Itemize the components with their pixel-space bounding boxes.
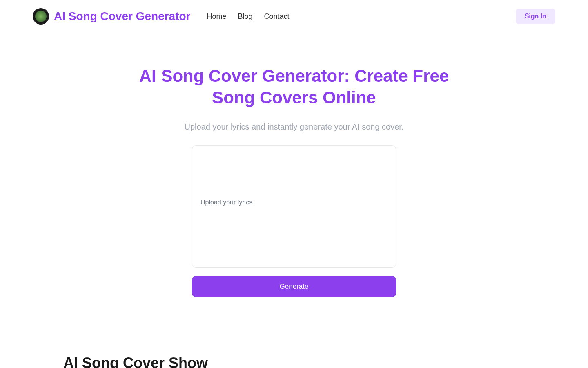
brand[interactable]: AI Song Cover Generator bbox=[33, 8, 191, 25]
nav-link-home[interactable]: Home bbox=[207, 12, 227, 21]
page-title: AI Song Cover Generator: Create Free Son… bbox=[131, 65, 457, 108]
showcase-title: AI Song Cover Show bbox=[63, 355, 525, 368]
generate-button[interactable]: Generate bbox=[192, 276, 396, 297]
sign-in-button[interactable]: Sign In bbox=[516, 9, 555, 24]
hero-section: AI Song Cover Generator: Create Free Son… bbox=[0, 33, 588, 322]
nav-link-contact[interactable]: Contact bbox=[264, 12, 290, 21]
showcase-section: AI Song Cover Show bbox=[0, 322, 588, 368]
page-subtitle: Upload your lyrics and instantly generat… bbox=[184, 121, 404, 133]
nav-link-blog[interactable]: Blog bbox=[238, 12, 253, 21]
header-left: AI Song Cover Generator Home Blog Contac… bbox=[33, 8, 290, 25]
brand-name: AI Song Cover Generator bbox=[54, 10, 191, 23]
nav: Home Blog Contact bbox=[207, 12, 290, 21]
logo-icon bbox=[33, 8, 49, 25]
lyrics-input[interactable] bbox=[192, 145, 396, 268]
lyrics-input-wrapper bbox=[192, 145, 396, 268]
header: AI Song Cover Generator Home Blog Contac… bbox=[0, 0, 588, 33]
